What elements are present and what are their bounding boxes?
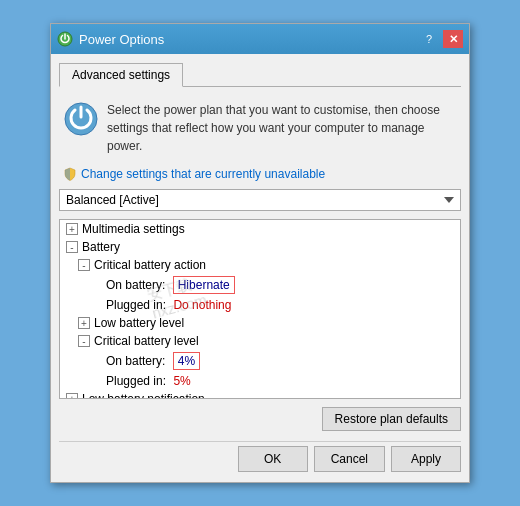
tree-row-critical-level: - Critical battery level	[60, 332, 460, 350]
help-button[interactable]: ?	[419, 30, 439, 48]
tree-wrapper: + Multimedia settings - Battery - Critic…	[59, 219, 461, 407]
close-button[interactable]: ✕	[443, 30, 463, 48]
tree-label-on-battery-4: On battery:	[106, 354, 169, 368]
tab-bar: Advanced settings	[59, 62, 461, 87]
expand-critical-action[interactable]: -	[78, 259, 90, 271]
window-title: Power Options	[79, 32, 164, 47]
restore-plan-defaults-button[interactable]: Restore plan defaults	[322, 407, 461, 431]
value-on-battery-4pct[interactable]: 4%	[173, 352, 200, 370]
titlebar-buttons: ? ✕	[419, 30, 463, 48]
tree-row-multimedia: + Multimedia settings	[60, 220, 460, 238]
shield-icon	[63, 167, 77, 181]
dialog-content: Advanced settings Select the power plan …	[51, 54, 469, 482]
power-options-window: Power Options ? ✕ Advanced settings Sele…	[50, 23, 470, 483]
value-plugged-do-nothing: Do nothing	[173, 298, 231, 312]
tree-label-on-battery: On battery:	[106, 278, 169, 292]
tree-row-battery: - Battery	[60, 238, 460, 256]
value-on-battery-hibernate[interactable]: Hibernate	[173, 276, 235, 294]
change-settings-link[interactable]: Change settings that are currently unava…	[81, 167, 325, 181]
power-plan-icon	[63, 101, 99, 137]
power-plan-dropdown[interactable]: Balanced [Active]	[59, 189, 461, 211]
apply-button[interactable]: Apply	[391, 446, 461, 472]
tree-label-critical-action: Critical battery action	[94, 258, 206, 272]
tree-label-multimedia: Multimedia settings	[82, 222, 185, 236]
restore-row: Restore plan defaults	[59, 407, 461, 431]
expand-low-battery[interactable]: +	[78, 317, 90, 329]
cancel-button[interactable]: Cancel	[314, 446, 385, 472]
value-plugged-5pct: 5%	[173, 374, 190, 388]
tree-row-plugged-do-nothing: Plugged in: Do nothing	[60, 296, 460, 314]
titlebar: Power Options ? ✕	[51, 24, 469, 54]
tree-row-plugged-5pct: Plugged in: 5%	[60, 372, 460, 390]
tab-advanced-settings[interactable]: Advanced settings	[59, 63, 183, 87]
dropdown-row: Balanced [Active]	[59, 189, 461, 211]
tree-row-low-notification: + Low battery notification	[60, 390, 460, 399]
expand-critical-level[interactable]: -	[78, 335, 90, 347]
tree-row-on-battery-4pct: On battery: 4%	[60, 350, 460, 372]
tree-label-battery: Battery	[82, 240, 120, 254]
tree-row-on-battery-hibernate: On battery: Hibernate	[60, 274, 460, 296]
description-text: Select the power plan that you want to c…	[107, 101, 457, 155]
tree-label-plugged: Plugged in:	[106, 298, 169, 312]
tree-label-critical-level: Critical battery level	[94, 334, 199, 348]
tree-label-low-notification: Low battery notification	[82, 392, 205, 399]
tree-label-low-battery: Low battery level	[94, 316, 184, 330]
button-row: OK Cancel Apply	[59, 441, 461, 474]
expand-low-notification[interactable]: +	[66, 393, 78, 399]
ok-button[interactable]: OK	[238, 446, 308, 472]
settings-tree: + Multimedia settings - Battery - Critic…	[59, 219, 461, 399]
link-row: Change settings that are currently unava…	[59, 167, 461, 181]
tree-label-plugged-5: Plugged in:	[106, 374, 169, 388]
expand-battery[interactable]: -	[66, 241, 78, 253]
description-area: Select the power plan that you want to c…	[59, 97, 461, 159]
tree-row-low-battery: + Low battery level	[60, 314, 460, 332]
window-icon	[57, 31, 73, 47]
tree-row-critical-action: - Critical battery action	[60, 256, 460, 274]
expand-multimedia[interactable]: +	[66, 223, 78, 235]
titlebar-left: Power Options	[57, 31, 164, 47]
